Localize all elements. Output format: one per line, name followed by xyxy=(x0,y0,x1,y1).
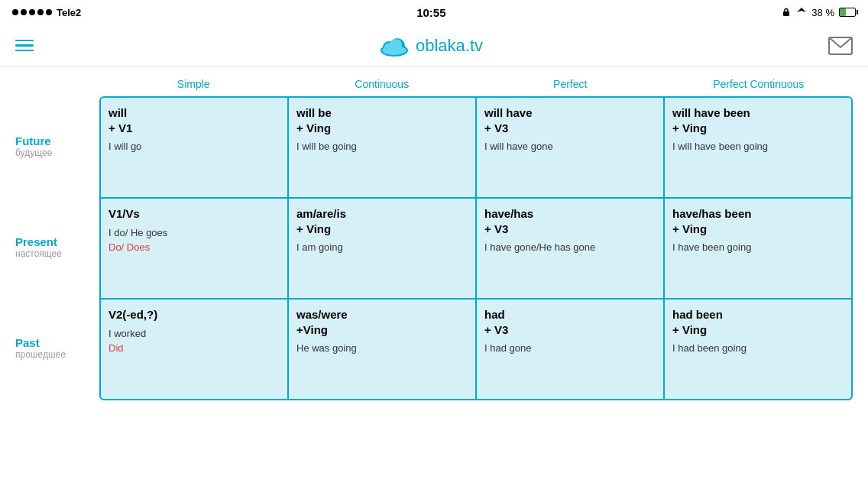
row-label-future: Future будущее xyxy=(15,96,99,196)
grid-cell-11: had been + VingI had been going xyxy=(665,300,851,399)
col-header-perfect-continuous: Perfect Continuous xyxy=(665,75,853,93)
cell-example-3: I will have been going xyxy=(672,140,844,154)
logo-area: oblaka.tv xyxy=(379,35,483,57)
cell-aux-8: Did xyxy=(108,342,280,354)
grid-cell-8: V2(-ed,?)I workedDid xyxy=(101,300,287,399)
row-labels-grid: Future будущее Present настоящее Past пр… xyxy=(15,96,99,400)
location-icon xyxy=(796,7,807,18)
cell-example-7: I have been going xyxy=(672,241,844,254)
cell-example-6: I have gone/He has gone xyxy=(484,241,656,254)
mail-icon[interactable] xyxy=(828,37,853,55)
col-header-simple: Simple xyxy=(99,75,288,93)
cloud-logo-icon xyxy=(379,35,410,57)
cell-example-0: I will go xyxy=(108,140,280,154)
cell-formula-3: will have been + Ving xyxy=(672,105,844,135)
cell-aux-4: Do/ Does xyxy=(108,241,280,253)
cell-formula-4: V1/Vs xyxy=(108,206,280,222)
cell-formula-0: will + V1 xyxy=(108,105,280,135)
row-label-past: Past прошедшее xyxy=(15,298,99,397)
grid-cell-4: V1/VsI do/ He goesDo/ Does xyxy=(101,199,287,298)
grid-cell-9: was/were +VingHe was going xyxy=(289,300,475,399)
svg-point-6 xyxy=(382,46,406,55)
status-left: Tele2 xyxy=(12,7,81,18)
cell-example-10: I had gone xyxy=(484,342,656,355)
cell-example-9: He was going xyxy=(296,342,468,355)
grid-cell-1: will be + VingI will be going xyxy=(289,98,475,197)
col-headers: Simple Continuous Perfect Perfect Contin… xyxy=(99,75,853,93)
signal-dots xyxy=(12,9,52,15)
carrier-name: Tele2 xyxy=(57,7,81,18)
grid-cell-0: will + V1I will go xyxy=(101,98,287,197)
grammar-grid: will + V1I will gowill be + VingI will b… xyxy=(99,96,853,400)
grid-cell-5: am/are/is + VingI am going xyxy=(289,199,475,298)
svg-rect-0 xyxy=(783,11,789,16)
cell-formula-10: had + V3 xyxy=(484,307,656,337)
cell-example-2: I will have gone xyxy=(484,140,656,154)
nav-bar: oblaka.tv xyxy=(0,24,868,67)
lock-icon xyxy=(781,7,792,18)
cell-example-1: I will be going xyxy=(296,140,468,154)
cell-formula-5: am/are/is + Ving xyxy=(296,206,468,236)
table-area: Simple Continuous Perfect Perfect Contin… xyxy=(99,75,853,400)
cell-example-11: I had been going xyxy=(672,342,844,355)
grid-cell-7: have/has been + VingI have been going xyxy=(665,199,851,298)
cell-example-8: I worked xyxy=(108,327,280,341)
hamburger-menu[interactable] xyxy=(15,40,34,52)
row-labels-col: Future будущее Present настоящее Past пр… xyxy=(15,75,99,400)
grammar-table-wrapper: Future будущее Present настоящее Past пр… xyxy=(15,75,853,400)
col-header-perfect: Perfect xyxy=(476,75,665,93)
main-content: Future будущее Present настоящее Past пр… xyxy=(0,67,868,489)
cell-formula-1: will be + Ving xyxy=(296,105,468,135)
cell-formula-11: had been + Ving xyxy=(672,307,844,337)
logo-text: oblaka.tv xyxy=(416,36,483,56)
grid-cell-2: will have + V3I will have gone xyxy=(477,98,663,197)
battery-percent: 38 % xyxy=(811,7,834,18)
cell-formula-9: was/were +Ving xyxy=(296,307,468,337)
cell-formula-6: have/has + V3 xyxy=(484,206,656,236)
cell-formula-2: will have + V3 xyxy=(484,105,656,135)
status-time: 10:55 xyxy=(416,6,445,19)
grid-cell-3: will have been + VingI will have been go… xyxy=(665,98,851,197)
status-right: 38 % xyxy=(781,7,856,18)
battery-icon xyxy=(839,8,856,17)
cell-example-4: I do/ He goes xyxy=(108,226,280,240)
row-label-present: Present настоящее xyxy=(15,197,99,296)
cell-formula-8: V2(-ed,?) xyxy=(108,307,280,322)
grid-cell-6: have/has + V3I have gone/He has gone xyxy=(477,199,663,298)
grid-cell-10: had + V3I had gone xyxy=(477,300,663,399)
cell-example-5: I am going xyxy=(296,241,468,254)
col-header-continuous: Continuous xyxy=(288,75,477,93)
status-bar: Tele2 10:55 38 % xyxy=(0,0,868,24)
cell-formula-7: have/has been + Ving xyxy=(672,206,844,236)
